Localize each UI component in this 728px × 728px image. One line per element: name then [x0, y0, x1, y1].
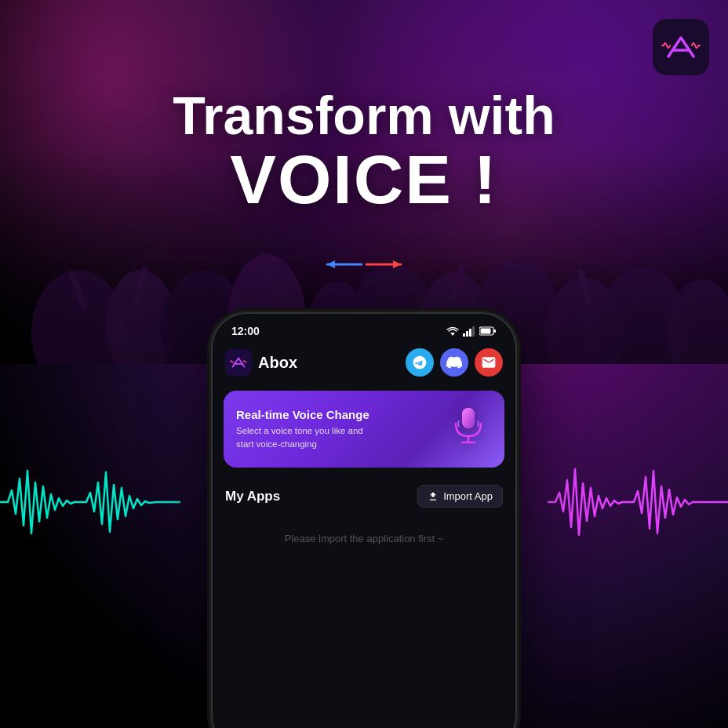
headline-container: Transform with VOICE !	[0, 86, 728, 214]
direction-arrow	[321, 255, 407, 274]
phone-body: 12:00	[211, 312, 517, 728]
svg-rect-31	[462, 408, 475, 428]
headline-line2: VOICE !	[0, 145, 728, 214]
svg-rect-23	[463, 333, 465, 337]
status-icons	[446, 326, 497, 337]
power-button	[515, 424, 517, 467]
voice-card-title: Real-time Voice Change	[236, 408, 369, 421]
svg-marker-21	[393, 260, 401, 268]
app-header-title: Abox	[258, 354, 297, 372]
wifi-icon	[446, 326, 459, 337]
download-icon	[428, 491, 439, 502]
email-button[interactable]	[475, 348, 503, 377]
svg-rect-26	[472, 326, 475, 337]
camera-notch	[325, 325, 403, 347]
import-placeholder-text: Please import the application first ~	[225, 517, 503, 560]
telegram-button[interactable]	[406, 348, 434, 377]
svg-rect-28	[494, 329, 497, 333]
app-header-left: Abox	[225, 349, 297, 376]
voice-change-card[interactable]: Real-time Voice Change Select a voice to…	[224, 391, 504, 468]
phone-screen: 12:00	[213, 314, 515, 728]
app-header-logo	[225, 349, 252, 376]
my-apps-header: My Apps Import App	[225, 485, 503, 508]
discord-button[interactable]	[440, 348, 468, 377]
voice-card-description: Select a voice tone you like and start v…	[236, 424, 369, 450]
svg-rect-24	[466, 331, 468, 337]
app-logo-icon[interactable]	[653, 19, 709, 75]
svg-rect-25	[469, 329, 471, 337]
waveform-left	[0, 455, 180, 549]
status-time: 12:00	[231, 325, 260, 337]
svg-marker-22	[450, 333, 455, 336]
waveform-right	[548, 455, 728, 549]
microphone-icon	[445, 402, 492, 457]
battery-icon	[479, 326, 497, 336]
app-header: Abox	[213, 342, 515, 384]
svg-marker-19	[327, 260, 335, 268]
my-apps-section: My Apps Import App Please import the app…	[213, 474, 515, 566]
phone-mockup: 12:00	[211, 312, 517, 728]
headline-line1: Transform with	[0, 86, 728, 145]
import-app-button[interactable]: Import App	[417, 485, 503, 508]
import-app-label: Import App	[443, 490, 493, 502]
social-icons[interactable]	[406, 348, 503, 377]
voice-card-text: Real-time Voice Change Select a voice to…	[236, 408, 369, 450]
svg-rect-29	[481, 329, 491, 334]
signal-icon	[463, 326, 475, 337]
my-apps-title: My Apps	[225, 489, 280, 504]
